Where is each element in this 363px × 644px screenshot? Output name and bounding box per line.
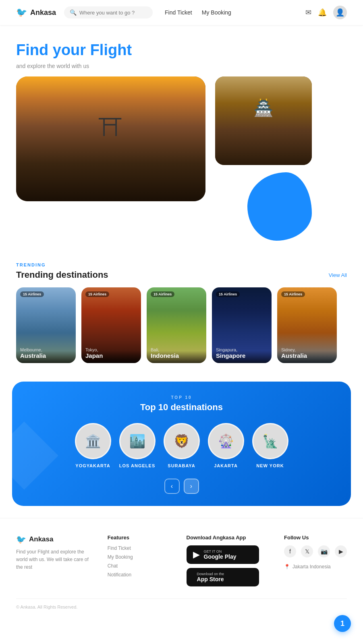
app-store-name: App Store: [197, 576, 224, 582]
top10-cities: 🏛️ YOGYAKARTA 🏙️ LOS ANGELES 🦁 SURABAYA …: [24, 423, 339, 468]
dest-city-melbourne: Melbourne,: [20, 347, 72, 352]
instagram-icon[interactable]: 📷: [318, 545, 330, 557]
top10-circle-jakarta: 🎡: [208, 423, 244, 459]
google-play-badge[interactable]: ▶ GET IT ON Google Play: [187, 545, 259, 564]
dest-card-singapore[interactable]: 15 Airlines Singapura, Singapore: [212, 287, 272, 363]
search-bar[interactable]: 🔍: [64, 6, 153, 19]
logo-link[interactable]: 🐦 Ankasa: [16, 7, 56, 18]
top10-city-jakarta[interactable]: 🎡 JAKARTA: [208, 423, 244, 468]
hero-secondary-image: [215, 76, 312, 165]
dest-country-singapore: Singapore: [216, 352, 268, 359]
hero-text: Find your Flight and explore the world w…: [16, 41, 347, 69]
trending-header: Trending destinations View All: [16, 270, 347, 280]
hero-blob-decoration: [247, 172, 312, 241]
logo-text: Ankasa: [30, 8, 56, 17]
footer-brand-desc: Find your Flight and explore the world w…: [16, 548, 91, 572]
dest-city-sydney: Sidney,: [281, 347, 333, 352]
logo-icon: 🐦: [16, 7, 27, 18]
dest-country-tokyo: Japan: [85, 352, 137, 359]
top10-name-la: LOS ANGELES: [119, 463, 155, 468]
facebook-icon[interactable]: f: [284, 545, 296, 557]
top10-circle-yogya: 🏛️: [75, 423, 111, 459]
dest-country-sydney: Australia: [281, 352, 333, 359]
nav-my-booking[interactable]: My Booking: [202, 9, 231, 16]
search-icon: 🔍: [70, 9, 77, 16]
dest-badge-melbourne: 15 Airlines: [20, 291, 44, 297]
footer-link-my-booking[interactable]: My Booking: [108, 554, 170, 560]
japan-street-image: [16, 76, 205, 201]
dest-badge-sydney: 15 Airlines: [281, 291, 305, 297]
dest-badge-singapore: 15 Airlines: [216, 291, 240, 297]
trending-section: TRENDING Trending destinations View All …: [0, 250, 363, 378]
google-play-sub: GET IT ON: [204, 549, 236, 553]
top10-city-la[interactable]: 🏙️ LOS ANGELES: [119, 423, 156, 468]
footer-app-title: Download Angkasa App: [187, 535, 268, 541]
hero-section: Find your Flight and explore the world w…: [0, 25, 363, 250]
google-play-text: GET IT ON Google Play: [204, 549, 236, 560]
dest-city-bali: Bali,: [151, 347, 202, 352]
hero-title-highlight: Flight: [90, 41, 132, 58]
google-play-icon: ▶: [193, 549, 200, 560]
top10-name-yogya: YOGYAKARTA: [75, 463, 110, 468]
search-input[interactable]: [79, 10, 147, 16]
avatar[interactable]: 👤: [333, 6, 347, 19]
footer-features-title: Features: [108, 535, 170, 541]
dest-card-sydney[interactable]: 15 Airlines Sidney, Australia: [277, 287, 337, 363]
app-store-badge[interactable]: Download on the App Store: [187, 568, 259, 586]
bell-icon[interactable]: 🔔: [318, 8, 327, 17]
view-all-link[interactable]: View All: [329, 272, 347, 278]
nav-find-ticket[interactable]: Find Ticket: [165, 9, 192, 16]
dest-country-melbourne: Australia: [20, 352, 72, 359]
footer-brand: 🐦 Ankasa Find your Flight and explore th…: [16, 535, 91, 572]
top10-prev-button[interactable]: ‹: [164, 479, 180, 494]
nav-links: Find Ticket My Booking: [165, 9, 231, 16]
top10-next-button[interactable]: ›: [184, 479, 199, 494]
hero-title: Find your Flight: [16, 41, 347, 60]
copyright-text: © Ankasa. All Rights Reserved.: [16, 605, 77, 609]
youtube-icon[interactable]: ▶: [335, 545, 347, 557]
footer-location: 📍 Jakarta Indonesia: [284, 564, 347, 570]
dest-overlay-bali: Bali, Indonesia: [147, 343, 206, 363]
social-icons: f 𝕏 📷 ▶: [284, 545, 347, 557]
location-icon: 📍: [284, 564, 290, 570]
dest-badge-bali: 15 Airlines: [151, 291, 174, 297]
top10-name-jakarta: JAKARTA: [214, 463, 238, 468]
dest-card-melbourne[interactable]: 15 Airlines Melbourne, Australia: [16, 287, 76, 363]
navbar-icons: ✉ 🔔 👤: [305, 6, 347, 19]
google-play-name: Google Play: [204, 553, 236, 560]
twitter-icon[interactable]: 𝕏: [301, 545, 313, 557]
footer-link-find-ticket[interactable]: Find Ticket: [108, 545, 170, 551]
dest-card-bali[interactable]: 15 Airlines Bali, Indonesia: [147, 287, 206, 363]
dest-overlay-sydney: Sidney, Australia: [277, 343, 337, 363]
dest-city-singapore: Singapura,: [216, 347, 268, 352]
footer-features-links: Find Ticket My Booking Chat Notification: [108, 545, 170, 578]
mail-icon[interactable]: ✉: [305, 8, 311, 17]
app-store-text: Download on the App Store: [197, 572, 224, 582]
hero-subtitle: and explore the world with us: [16, 63, 347, 69]
trending-title: Trending destinations: [16, 270, 108, 280]
hero-title-plain: Find your: [16, 41, 90, 58]
top10-label: TOP 10: [24, 395, 339, 400]
top10-name-surabaya: SURABAYA: [168, 463, 195, 468]
top10-name-newyork: NEW YORK: [256, 463, 284, 468]
hero-images: [16, 76, 347, 241]
top10-section: TOP 10 Top 10 destinations 🏛️ YOGYAKARTA…: [12, 382, 351, 506]
top10-city-surabaya[interactable]: 🦁 SURABAYA: [164, 423, 200, 468]
footer-top: 🐦 Ankasa Find your Flight and explore th…: [16, 535, 347, 590]
top10-circle-la: 🏙️: [119, 423, 156, 459]
trending-label: TRENDING: [16, 262, 347, 267]
footer-features-col: Features Find Ticket My Booking Chat Not…: [108, 535, 170, 578]
footer-link-notification[interactable]: Notification: [108, 572, 170, 578]
dest-overlay-melbourne: Melbourne, Australia: [16, 343, 76, 363]
hero-main-image: [16, 76, 205, 201]
top10-circle-newyork: 🗽: [252, 423, 288, 459]
navbar: 🐦 Ankasa 🔍 Find Ticket My Booking ✉ 🔔 👤: [0, 0, 363, 25]
top10-city-yogya[interactable]: 🏛️ YOGYAKARTA: [75, 423, 111, 468]
top10-nav: ‹ ›: [24, 479, 339, 494]
footer-link-chat[interactable]: Chat: [108, 563, 170, 569]
dest-card-tokyo[interactable]: 15 Airlines Tokyo, Japan: [81, 287, 141, 363]
footer-brand-name: Ankasa: [29, 535, 53, 543]
location-text: Jakarta Indonesia: [292, 564, 331, 570]
app-store-sub: Download on the: [197, 572, 224, 576]
top10-city-newyork[interactable]: 🗽 NEW YORK: [252, 423, 288, 468]
